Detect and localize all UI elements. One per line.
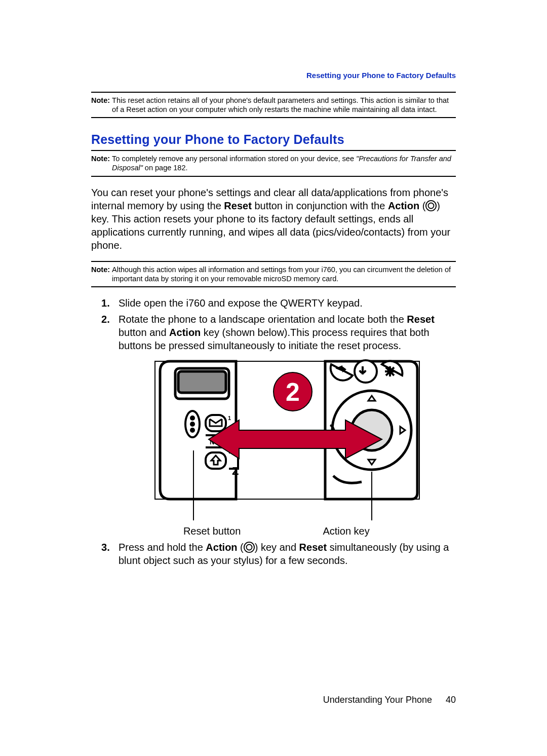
svg-point-0 [426,200,436,210]
note-3-text: Although this action wipes all informati… [112,265,456,283]
step-3c: ) key and [255,542,299,553]
figure-svg: 1 N Z [153,359,421,521]
body-paragraph: You can reset your phone's settings and … [91,186,456,252]
action-key-icon [425,200,437,211]
figure-badge-number: 2 [286,378,300,406]
step-2b: button and [119,327,169,338]
note-1: Note: This reset action retains all of y… [91,93,456,117]
action-key-icon [244,542,255,553]
step-1: Slide open the i760 and expose the QWERT… [101,296,456,310]
figure-action-label: Action key [271,524,421,538]
svg-point-1 [428,203,434,208]
footer-chapter: Understanding Your Phone [323,695,432,705]
step-2-reset: Reset [407,314,434,325]
footer-page-number: 40 [446,695,456,705]
svg-point-6 [190,415,195,421]
svg-point-8 [190,428,195,433]
note-1-text: This reset action retains all of your ph… [112,96,456,114]
svg-point-23 [244,542,254,552]
step-1-text: Slide open the i760 and expose the QWERT… [119,297,363,309]
svg-rect-4 [178,371,226,393]
note-2-text: To completely remove any personal inform… [112,154,456,172]
note-2: Note: To completely remove any personal … [91,151,456,175]
note-1-label: Note: [91,96,112,114]
step-2-action: Action [169,327,201,338]
rule-after-note2 [91,176,456,177]
figure-reset-label: Reset button [153,524,271,538]
body-action-bold: Action [388,200,419,211]
note-2-pre: To completely remove any personal inform… [112,155,356,163]
note-2-post: on page 182. [143,164,188,172]
rule-after-note3 [91,286,456,287]
running-head: Resetting your Phone to Factory Defaults [91,71,456,80]
step-2: Rotate the phone to a landscape orientat… [101,313,456,538]
svg-point-24 [246,544,252,550]
note-2-label: Note: [91,154,112,172]
step-3-reset: Reset [299,542,327,553]
note-3-label: Note: [91,265,112,283]
section-heading: Resetting your Phone to Factory Defaults [91,132,456,147]
svg-text:1: 1 [228,415,231,421]
step-3: Press and hold the Action () key and Res… [101,541,456,567]
body-reset-bold: Reset [224,200,251,211]
body-p1b: button in conjunction with the [252,200,388,211]
body-p1c: ( [419,200,425,211]
step-3a: Press and hold the [119,542,206,553]
step-3-action: Action [206,542,237,553]
step-2a: Rotate the phone to a landscape orientat… [119,314,407,325]
page-footer: Understanding Your Phone 40 [323,695,456,705]
svg-text:Z: Z [232,465,239,477]
figure: 1 N Z [119,359,456,538]
rule-after-note1 [91,117,456,118]
step-3b: ( [238,542,244,553]
note-3: Note: Although this action wipes all inf… [91,262,456,286]
svg-point-7 [190,422,195,427]
steps-list: Slide open the i760 and expose the QWERT… [101,296,456,567]
